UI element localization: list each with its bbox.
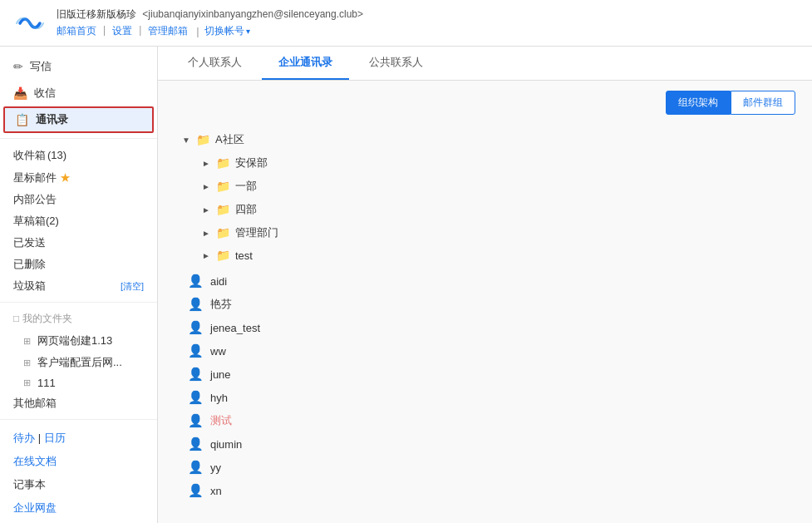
manage-mailbox-link[interactable]: 管理邮箱 bbox=[148, 24, 188, 38]
contact-ww[interactable]: 👤 ww bbox=[175, 339, 795, 363]
enterprise-disk-link[interactable]: 企业网盘 bbox=[13, 501, 57, 514]
settings-link[interactable]: 设置 bbox=[112, 24, 132, 38]
star-icon: ★ bbox=[60, 171, 71, 184]
notes-link[interactable]: 记事本 bbox=[13, 478, 46, 491]
tree-node-test[interactable]: ► 📁 test bbox=[194, 244, 795, 266]
enterprise-disk-item[interactable]: 企业网盘 bbox=[0, 496, 157, 520]
online-docs-link[interactable]: 在线文档 bbox=[13, 455, 57, 467]
mail-group-btn[interactable]: 邮件群组 bbox=[731, 91, 795, 115]
tree-node-yibu[interactable]: ► 📁 一部 bbox=[194, 175, 795, 198]
tab-public[interactable]: 公共联系人 bbox=[352, 47, 440, 80]
person-icon-june: 👤 bbox=[188, 367, 204, 382]
other-mailbox-item[interactable]: 其他邮箱 bbox=[0, 392, 157, 414]
inbox-count-item[interactable]: 收件箱(13) bbox=[0, 144, 157, 167]
tab-enterprise[interactable]: 企业通讯录 bbox=[262, 47, 349, 80]
main-content: 个人联系人 企业通讯录 公共联系人 组织架构 邮件群组 ▼ 📁 bbox=[158, 47, 812, 523]
calendar-link[interactable]: 日历 bbox=[44, 432, 66, 444]
person-icon-ww: 👤 bbox=[188, 343, 204, 358]
tab-content: 组织架构 邮件群组 ▼ 📁 A社区 ► 📁 安保部 bbox=[158, 81, 812, 512]
mailbox-home-link[interactable]: 邮箱首页 bbox=[57, 24, 96, 38]
expand-icon-2: ⊞ bbox=[23, 358, 31, 368]
drafts-label: 草稿箱(2) bbox=[13, 214, 59, 229]
header-links: 写信 邮箱首页 | 设置 | 管理邮箱 bbox=[57, 24, 188, 38]
compose-icon: ✏ bbox=[13, 60, 23, 73]
collapse-icon: ▼ bbox=[181, 135, 191, 145]
person-icon-yy: 👤 bbox=[188, 460, 204, 475]
root-label: A社区 bbox=[215, 132, 244, 147]
header-username: 旧版迁移新版杨珍 <jiubanqianyixinbanyangzhen@sil… bbox=[57, 7, 799, 22]
contacts-icon: 📋 bbox=[15, 113, 29, 126]
trash-clear-btn[interactable]: [清空] bbox=[121, 280, 144, 293]
contact-ceshi[interactable]: 👤 测试 bbox=[175, 409, 795, 432]
deleted-item[interactable]: 已删除 bbox=[0, 254, 157, 275]
inbox-with-count-label: 收件箱(13) bbox=[13, 148, 66, 163]
person-icon-jenea: 👤 bbox=[188, 320, 204, 335]
contact-jenea[interactable]: 👤 jenea_test bbox=[175, 316, 795, 339]
compose-action[interactable]: ✏ 写信 bbox=[0, 53, 157, 80]
org-tree: ▼ 📁 A社区 ► 📁 安保部 ► 📁 一部 bbox=[175, 128, 795, 502]
tree-node-anbao[interactable]: ► 📁 安保部 bbox=[194, 151, 795, 175]
subfolder-2-label: 客户端配置后网... bbox=[37, 355, 122, 370]
subfolder-1[interactable]: ⊞ 网页端创建1.13 bbox=[0, 330, 157, 352]
tab-personal[interactable]: 个人联系人 bbox=[171, 47, 258, 80]
contact-label-aidi: aidi bbox=[210, 275, 227, 288]
view-btn-group: 组织架构 邮件群组 bbox=[175, 91, 795, 115]
subfolder-2[interactable]: ⊞ 客户端配置后网... bbox=[0, 352, 157, 373]
inbox-label: 收信 bbox=[34, 86, 56, 101]
contact-yanfen[interactable]: 👤 艳芬 bbox=[175, 293, 795, 316]
my-folders-section: □ 我的文件夹 bbox=[0, 308, 157, 330]
logo bbox=[13, 7, 47, 40]
sidebar-bottom: 待办 | 日历 在线文档 记事本 企业网盘 文件中转站 bbox=[0, 427, 157, 523]
my-folders-label: □ 我的文件夹 bbox=[13, 312, 72, 326]
trash-label: 垃圾箱 bbox=[13, 279, 46, 294]
inbox-action[interactable]: 📥 收信 bbox=[0, 80, 157, 106]
contact-xn[interactable]: 👤 xn bbox=[175, 479, 795, 502]
contacts-action[interactable]: 📋 通讯录 bbox=[3, 106, 154, 133]
person-icon-aidi: 👤 bbox=[188, 274, 204, 289]
tree-root-node[interactable]: ▼ 📁 A社区 bbox=[175, 128, 795, 151]
expand-guanli-icon: ► bbox=[201, 228, 211, 238]
switch-account-btn[interactable]: 切换帐号 ▾ bbox=[204, 24, 250, 38]
person-icon-yanfen: 👤 bbox=[188, 297, 204, 312]
starred-label: 星标邮件 ★ bbox=[13, 170, 71, 185]
contact-label-qiumin: qiumin bbox=[210, 438, 242, 451]
pending-link[interactable]: 待办 bbox=[13, 432, 35, 444]
contact-qiumin[interactable]: 👤 qiumin bbox=[175, 432, 795, 456]
subfolder-3[interactable]: ⊞ 111 bbox=[0, 373, 157, 392]
drafts-item[interactable]: 草稿箱(2) bbox=[0, 210, 157, 232]
contact-label-june: june bbox=[210, 368, 231, 381]
online-docs-item[interactable]: 在线文档 bbox=[0, 450, 157, 473]
expand-yibu-icon: ► bbox=[201, 181, 211, 191]
person-icon-qiumin: 👤 bbox=[188, 437, 204, 451]
sent-item[interactable]: 已发送 bbox=[0, 232, 157, 254]
header-info: 旧版迁移新版杨珍 <jiubanqianyixinbanyangzhen@sil… bbox=[57, 7, 799, 38]
app-header: 旧版迁移新版杨珍 <jiubanqianyixinbanyangzhen@sil… bbox=[0, 0, 812, 47]
main-layout: ✏ 写信 📥 收信 📋 通讯录 收件箱(13) 星标邮件 ★ 内部公告 草稿箱(… bbox=[0, 47, 812, 523]
contact-yy[interactable]: 👤 yy bbox=[175, 456, 795, 479]
contact-label-hyh: hyh bbox=[210, 392, 228, 404]
notes-item[interactable]: 记事本 bbox=[0, 473, 157, 496]
contact-label-yanfen: 艳芬 bbox=[210, 297, 232, 312]
tree-node-sibu[interactable]: ► 📁 四部 bbox=[194, 198, 795, 221]
yibu-label: 一部 bbox=[235, 179, 257, 194]
guanli-folder-icon: 📁 bbox=[216, 226, 230, 239]
contacts-label: 通讯录 bbox=[36, 112, 68, 127]
subfolder-1-label: 网页端创建1.13 bbox=[37, 333, 112, 348]
contact-label-ceshi: 测试 bbox=[210, 413, 232, 428]
contact-hyh[interactable]: 👤 hyh bbox=[175, 386, 795, 409]
contact-aidi[interactable]: 👤 aidi bbox=[175, 269, 795, 293]
compose-label: 写信 bbox=[30, 59, 52, 74]
pending-calendar-item[interactable]: 待办 | 日历 bbox=[0, 427, 157, 450]
sibu-folder-icon: 📁 bbox=[216, 203, 230, 216]
contact-tabs: 个人联系人 企业通讯录 公共联系人 bbox=[158, 47, 812, 81]
contact-june[interactable]: 👤 june bbox=[175, 363, 795, 386]
announcement-item[interactable]: 内部公告 bbox=[0, 189, 157, 210]
starred-item[interactable]: 星标邮件 ★ bbox=[0, 167, 157, 189]
yibu-folder-icon: 📁 bbox=[216, 180, 230, 193]
trash-item[interactable]: 垃圾箱 [清空] bbox=[0, 275, 157, 297]
org-structure-btn[interactable]: 组织架构 bbox=[666, 91, 731, 115]
test-folder-icon: 📁 bbox=[216, 249, 230, 262]
tree-node-guanli[interactable]: ► 📁 管理部门 bbox=[194, 221, 795, 244]
file-transfer-item[interactable]: 文件中转站 bbox=[0, 520, 157, 523]
expand-sibu-icon: ► bbox=[201, 205, 211, 215]
